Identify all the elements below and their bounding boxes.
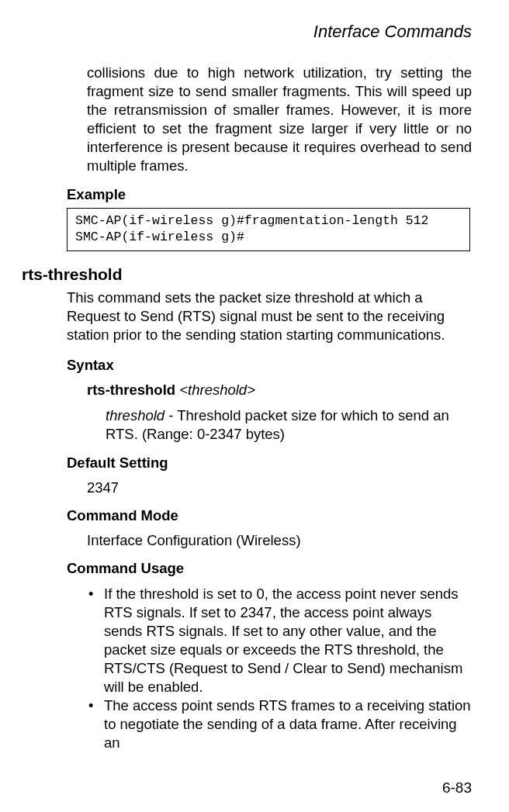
page-number: 6-83 xyxy=(442,779,472,796)
command-usage-label: Command Usage xyxy=(67,560,472,577)
page-header-title: Interface Commands xyxy=(22,22,472,42)
parameter-name: threshold xyxy=(106,407,164,423)
example-label: Example xyxy=(67,186,472,203)
syntax-arg-close: > xyxy=(247,382,255,398)
default-setting-label: Default Setting xyxy=(67,454,472,472)
command-mode-label: Command Mode xyxy=(67,507,472,524)
usage-bullet-item: If the threshold is set to 0, the access… xyxy=(87,585,472,696)
command-heading: rts-threshold xyxy=(22,265,472,284)
syntax-line: rts-threshold <threshold> xyxy=(87,382,472,399)
parameter-description: threshold - Threshold packet size for wh… xyxy=(106,406,472,444)
usage-bullet-item: The access point sends RTS frames to a r… xyxy=(87,696,472,752)
default-setting-value: 2347 xyxy=(87,479,472,496)
code-example-block: SMC-AP(if-wireless g)#fragmentation-leng… xyxy=(67,208,470,251)
continued-paragraph: collisions due to high network utilizati… xyxy=(87,64,472,175)
syntax-arg: threshold xyxy=(188,382,247,398)
syntax-arg-open: < xyxy=(179,382,188,398)
command-mode-value: Interface Configuration (Wireless) xyxy=(87,532,472,549)
syntax-command-name: rts-threshold xyxy=(87,382,175,398)
command-description: This command sets the packet size thresh… xyxy=(67,289,472,344)
usage-bullet-list: If the threshold is set to 0, the access… xyxy=(87,585,472,752)
syntax-label: Syntax xyxy=(67,357,472,374)
